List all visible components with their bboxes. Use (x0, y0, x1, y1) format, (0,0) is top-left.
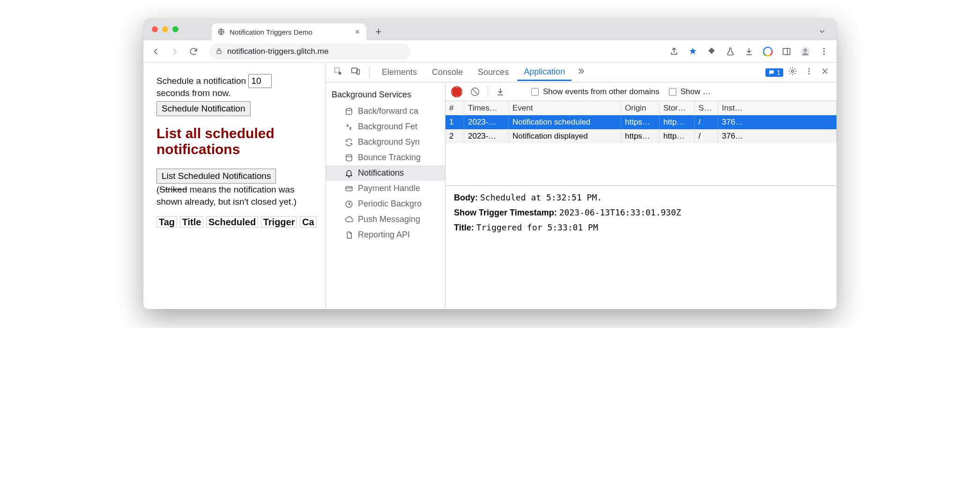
labs-icon[interactable] (725, 46, 735, 57)
sidebar-item-bounce[interactable]: Bounce Tracking (326, 150, 445, 165)
devtools-main: Show events from other domains Show … # … (445, 82, 837, 309)
fullscreen-window-button[interactable] (172, 26, 178, 32)
svg-point-9 (823, 48, 824, 49)
table-header: # Times… Event Origin Stor… S… Inst… (445, 101, 837, 115)
devtools-close-icon[interactable] (818, 67, 832, 78)
save-icon[interactable] (496, 87, 505, 96)
devtools-tabbar: Elements Console Sources Application 1 (326, 63, 837, 82)
tab-list-icon[interactable] (818, 27, 826, 36)
sidebar-item-bg-sync[interactable]: Background Syn (326, 134, 445, 150)
sidebar-item-reporting[interactable]: Reporting API (326, 227, 445, 243)
sidebar-item-payment[interactable]: Payment Handle (326, 181, 445, 196)
clear-icon[interactable] (470, 87, 480, 97)
devtools-sidebar: Background Services Back/forward ca Back… (326, 82, 445, 309)
minimize-window-button[interactable] (162, 26, 168, 32)
svg-point-11 (823, 53, 824, 55)
tab-console[interactable]: Console (425, 65, 469, 80)
svg-rect-21 (346, 186, 352, 191)
sidebar-item-bg-fetch[interactable]: Background Fet (326, 119, 445, 134)
message-icon (768, 69, 775, 76)
downloads-icon[interactable] (744, 46, 754, 57)
sidebar-category: Background Services (326, 87, 445, 104)
events-toolbar: Show events from other domains Show … (445, 82, 837, 101)
svg-point-17 (809, 71, 810, 72)
svg-rect-1 (217, 51, 221, 53)
tab-sources[interactable]: Sources (471, 65, 515, 80)
lock-icon (215, 48, 223, 55)
svg-point-19 (346, 108, 352, 111)
sidebar-item-bfcache[interactable]: Back/forward ca (326, 104, 445, 119)
tab-application[interactable]: Application (517, 64, 572, 81)
content-area: Schedule a notification seconds from now… (143, 63, 837, 309)
extensions-icon[interactable] (706, 46, 717, 57)
browser-tab[interactable]: Notification Triggers Demo (212, 23, 366, 40)
new-tab-button[interactable]: + (372, 25, 385, 38)
sidebar-item-notifications[interactable]: Notifications (326, 165, 445, 181)
tab-title: Notification Triggers Demo (230, 28, 349, 36)
devtools-panel: Elements Console Sources Application 1 B… (326, 63, 837, 309)
demo-page: Schedule a notification seconds from now… (143, 63, 326, 309)
url-text: notification-triggers.glitch.me (227, 47, 328, 56)
back-button[interactable] (148, 44, 164, 59)
svg-point-16 (809, 68, 810, 69)
chk-other-domains[interactable]: Show events from other domains (529, 87, 660, 97)
record-button[interactable] (451, 86, 462, 97)
svg-point-15 (792, 70, 794, 73)
list-heading: List all scheduled notifications (156, 126, 314, 157)
sidebar-item-periodic[interactable]: Periodic Backgro (326, 196, 445, 212)
sidebar-item-push[interactable]: Push Messaging (326, 212, 445, 227)
svg-rect-6 (783, 48, 790, 54)
tab-strip: Notification Triggers Demo + (143, 19, 837, 40)
events-table: # Times… Event Origin Stor… S… Inst… 1 2… (445, 101, 837, 186)
svg-point-10 (823, 51, 824, 52)
close-window-button[interactable] (152, 26, 158, 32)
share-icon[interactable] (669, 46, 679, 57)
event-details: Body: Scheduled at 5:32:51 PM. Show Trig… (445, 186, 837, 244)
address-bar[interactable]: notification-triggers.glitch.me (209, 44, 410, 59)
svg-point-20 (346, 155, 352, 157)
svg-rect-13 (352, 68, 357, 73)
table-row[interactable]: 2 2023-… Notification displayed https… h… (445, 129, 837, 143)
kebab-menu-icon[interactable] (819, 46, 829, 57)
google-account-icon[interactable] (763, 46, 773, 57)
chk-show-more[interactable]: Show … (667, 87, 711, 97)
settings-gear-icon[interactable] (785, 67, 800, 78)
seconds-input[interactable] (248, 74, 272, 88)
inspect-element-icon[interactable] (331, 67, 346, 78)
forward-button[interactable] (167, 44, 183, 59)
table-row[interactable]: 1 2023-… Notification scheduled https… h… (445, 115, 837, 129)
svg-point-8 (803, 48, 807, 52)
browser-window: Notification Triggers Demo + notificatio… (143, 19, 837, 309)
globe-icon (217, 28, 225, 36)
more-tabs-icon[interactable] (573, 67, 588, 78)
toolbar-actions (669, 46, 832, 57)
devtools-kebab-icon[interactable] (802, 67, 816, 78)
bookmark-star-icon[interactable] (688, 46, 698, 57)
device-toolbar-icon[interactable] (348, 67, 364, 78)
list-scheduled-button[interactable]: List Scheduled Notifications (156, 169, 276, 184)
close-tab-icon[interactable] (354, 29, 361, 35)
svg-point-18 (809, 73, 810, 74)
table-header-row: Tag Title Scheduled Trigger Ca (156, 217, 314, 228)
profile-avatar-icon[interactable] (800, 46, 810, 57)
issues-badge[interactable]: 1 (765, 68, 783, 77)
reload-button[interactable] (186, 44, 201, 59)
note-text: (Striked means the notification was show… (156, 184, 314, 207)
schedule-notification-button[interactable]: Schedule Notification (156, 101, 251, 116)
window-controls (152, 26, 178, 32)
tab-elements[interactable]: Elements (375, 65, 423, 80)
schedule-text: Schedule a notification seconds from now… (156, 74, 314, 98)
browser-toolbar: notification-triggers.glitch.me (143, 40, 837, 63)
side-panel-icon[interactable] (781, 46, 792, 57)
